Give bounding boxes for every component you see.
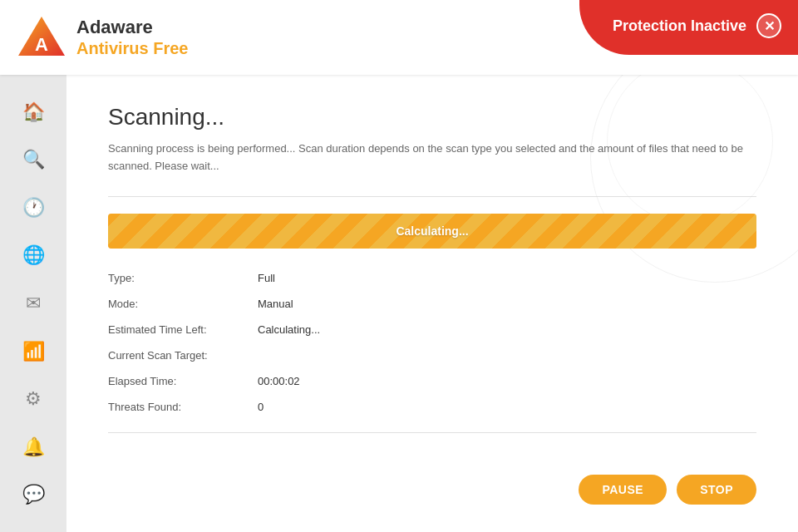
estimated-time-label: Estimated Time Left: <box>108 323 258 336</box>
sidebar-item-settings[interactable]: ⚙ <box>12 378 54 420</box>
threats-found-value: 0 <box>258 401 264 413</box>
action-bar: PAUSE SToP <box>108 458 756 505</box>
page-title: Scanning... <box>108 104 756 131</box>
logo-icon: A <box>17 12 66 62</box>
sidebar-item-email[interactable]: ✉ <box>12 283 54 324</box>
sidebar-item-scan[interactable]: 🔍 <box>12 140 54 181</box>
sidebar-item-history[interactable]: 🕐 <box>12 187 54 229</box>
estimated-time-value: Calculating... <box>258 323 320 336</box>
scan-row-estimated: Estimated Time Left: Calculating... <box>108 317 756 342</box>
brand-name: Adaware <box>76 17 188 38</box>
svg-text:A: A <box>35 34 48 55</box>
scan-type-label: Type: <box>108 272 258 284</box>
progress-label: Calculating... <box>396 224 468 238</box>
logo-area: A Adaware Antivirus Free <box>17 12 188 62</box>
progress-bar-container: Calculating... <box>108 214 756 249</box>
main-layout: 🏠 🔍 🕐 🌐 ✉ 📶 ⚙ 🔔 💬 Scanning... Scanning p… <box>0 75 798 532</box>
threats-found-label: Threats Found: <box>108 401 258 413</box>
sidebar-item-home[interactable]: 🏠 <box>12 91 54 133</box>
current-target-label: Current Scan Target: <box>108 349 258 362</box>
elapsed-time-label: Elapsed Time: <box>108 375 258 387</box>
protection-badge-wrap: Protection Inactive ✕ <box>579 0 798 55</box>
sidebar-item-chat[interactable]: 💬 <box>12 475 54 516</box>
divider-top <box>108 196 756 197</box>
page-subtitle: Scanning process is being performed... S… <box>108 140 756 175</box>
scan-row-mode: Mode: Manual <box>108 291 756 317</box>
scan-row-type: Type: Full <box>108 265 756 291</box>
scan-type-value: Full <box>258 272 275 284</box>
stop-button[interactable]: SToP <box>677 475 756 505</box>
sidebar-item-notifications[interactable]: 🔔 <box>12 426 54 468</box>
brand-subtitle: Antivirus Free <box>76 38 188 58</box>
sidebar-item-network[interactable]: 🌐 <box>12 235 54 277</box>
protection-badge: Protection Inactive ✕ <box>579 0 798 55</box>
sidebar-item-wifi[interactable]: 📶 <box>12 331 54 372</box>
pause-button[interactable]: PAUSE <box>579 475 667 505</box>
protection-status-label: Protection Inactive <box>613 17 746 35</box>
protection-close-icon[interactable]: ✕ <box>756 13 781 38</box>
logo-text: Adaware Antivirus Free <box>76 17 188 58</box>
scan-row-target: Current Scan Target: <box>108 342 756 368</box>
scan-row-threats: Threats Found: 0 <box>108 394 756 420</box>
content-area: Scanning... Scanning process is being pe… <box>66 75 798 532</box>
elapsed-time-value: 00:00:02 <box>258 375 300 387</box>
scan-mode-value: Manual <box>258 298 293 310</box>
divider-bottom <box>108 432 756 433</box>
scan-details: Type: Full Mode: Manual Estimated Time L… <box>108 265 756 420</box>
sidebar: 🏠 🔍 🕐 🌐 ✉ 📶 ⚙ 🔔 💬 <box>0 75 66 532</box>
header: A Adaware Antivirus Free Protection Inac… <box>0 0 798 75</box>
scan-row-elapsed: Elapsed Time: 00:00:02 <box>108 368 756 394</box>
scan-mode-label: Mode: <box>108 298 258 310</box>
